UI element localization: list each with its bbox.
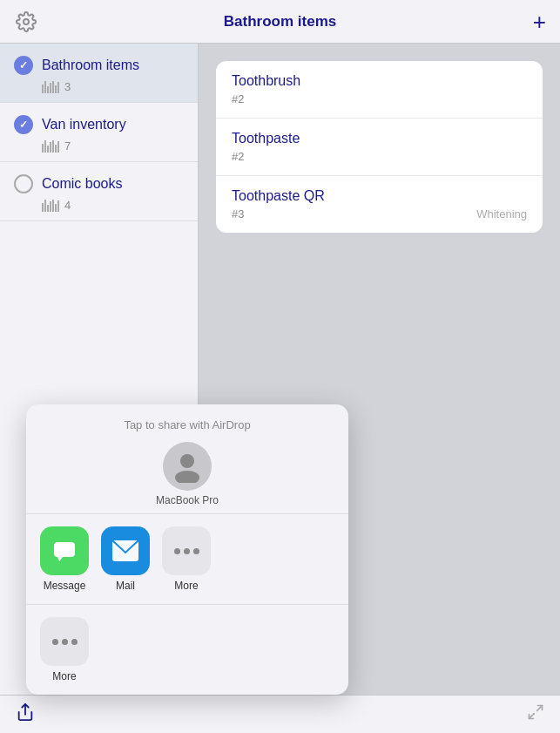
item-name-toothpaste-qr: Toothpaste QR — [232, 188, 527, 204]
barcode-count-van: 7 — [64, 139, 71, 153]
svg-rect-6 — [54, 542, 75, 557]
barcode-count-comic: 4 — [64, 199, 71, 212]
share-apps-section: Message Mail More — [26, 514, 348, 605]
barcode-icon-van — [42, 140, 59, 153]
item-name-toothpaste: Toothpaste — [232, 131, 527, 146]
svg-point-4 — [180, 454, 194, 468]
mail-label: Mail — [116, 580, 135, 592]
airdrop-label: Tap to share with AirDrop — [26, 418, 348, 431]
share-sheet: Tap to share with AirDrop MacBook Pro M — [26, 404, 348, 695]
gear-icon[interactable] — [14, 10, 38, 34]
svg-point-5 — [175, 471, 199, 483]
item-sub-toothbrush: #2 — [232, 92, 527, 105]
barcode-count-bathroom: 3 — [64, 80, 71, 93]
svg-line-2 — [537, 706, 543, 711]
barcode-row-comic: 4 — [14, 199, 184, 212]
share-app-more[interactable]: More — [162, 526, 211, 592]
expand-button[interactable] — [527, 703, 544, 725]
svg-line-3 — [530, 714, 535, 719]
bottom-bar — [0, 695, 560, 733]
share-more-section: More — [26, 605, 348, 695]
more-icon — [162, 526, 211, 575]
sidebar-item-name-bathroom: Bathroom items — [42, 58, 139, 73]
barcode-row-bathroom: 3 — [14, 80, 184, 93]
three-dots-2 — [52, 639, 78, 645]
item-sub-toothpaste: #2 — [232, 150, 527, 163]
airdrop-avatar — [163, 442, 212, 491]
check-circle-van — [14, 115, 33, 134]
sidebar-item-name-van: Van inventory — [42, 117, 126, 132]
message-label: Message — [44, 580, 86, 592]
more-icon-2 — [40, 617, 89, 666]
add-button[interactable]: + — [533, 10, 546, 33]
svg-marker-7 — [57, 557, 63, 561]
barcode-row-van: 7 — [14, 139, 184, 153]
share-more-button[interactable]: More — [40, 617, 89, 682]
item-name-toothbrush: Toothbrush — [232, 73, 527, 89]
check-circle-comic — [14, 174, 33, 193]
svg-point-0 — [24, 19, 29, 24]
items-card: Toothbrush #2 Toothpaste #2 Toothpaste Q… — [216, 61, 543, 233]
mail-icon — [101, 526, 150, 575]
barcode-icon-comic — [42, 200, 59, 212]
header-title: Bathroom items — [224, 13, 336, 31]
airdrop-device[interactable]: MacBook Pro — [156, 442, 219, 506]
check-circle-bathroom — [14, 56, 33, 75]
sidebar-item-van-inventory[interactable]: Van inventory 7 — [0, 103, 198, 162]
share-app-message[interactable]: Message — [40, 526, 89, 592]
message-icon — [40, 526, 89, 575]
list-item-toothpaste-qr[interactable]: Toothpaste QR #3 Whitening — [216, 176, 543, 233]
airdrop-section: Tap to share with AirDrop MacBook Pro — [26, 404, 348, 514]
barcode-icon-bathroom — [42, 81, 59, 93]
more-apps-label: More — [174, 580, 198, 592]
airdrop-device-name: MacBook Pro — [156, 494, 219, 506]
share-app-mail[interactable]: Mail — [101, 526, 150, 592]
share-button[interactable] — [16, 702, 35, 726]
three-dots — [174, 548, 199, 554]
list-item-toothbrush[interactable]: Toothbrush #2 — [216, 61, 543, 119]
sidebar-item-comic-books[interactable]: Comic books 4 — [0, 162, 198, 221]
sidebar-item-name-comic: Comic books — [42, 176, 122, 192]
header: Bathroom items + — [0, 0, 560, 44]
list-item-toothpaste[interactable]: Toothpaste #2 — [216, 119, 543, 176]
more-label: More — [52, 670, 76, 682]
item-sub-toothpaste-qr: #3 Whitening — [232, 207, 527, 221]
sidebar-item-bathroom-items[interactable]: Bathroom items 3 — [0, 44, 198, 103]
